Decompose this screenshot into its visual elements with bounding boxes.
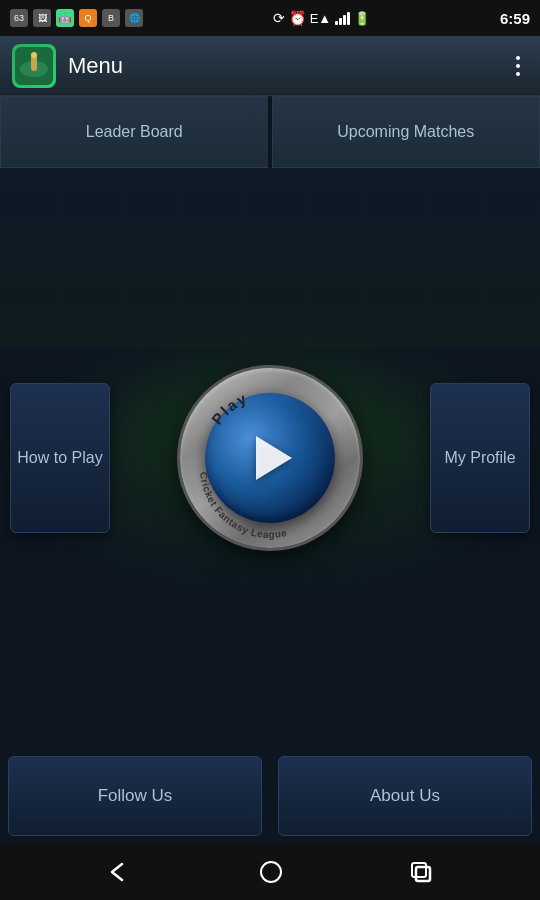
- battery-icon: 🔋: [354, 11, 370, 26]
- my-profile-button[interactable]: My Profile: [430, 383, 530, 533]
- more-options-button[interactable]: [508, 48, 528, 84]
- app-title: Menu: [68, 53, 508, 79]
- status-icon-android: 🤖: [56, 9, 74, 27]
- svg-text:Play: Play: [208, 389, 250, 428]
- tab-bar: Leader Board Upcoming Matches: [0, 96, 540, 168]
- status-system-icons: ⟳ ⏰ E▲ 🔋: [273, 10, 371, 26]
- status-icon-63: 63: [10, 9, 28, 27]
- alarm-icon: ⏰: [289, 10, 306, 26]
- play-button[interactable]: Play Cricket Fantasy League: [180, 368, 360, 548]
- signal-icon: E▲: [310, 11, 332, 26]
- svg-text:Cricket Fantasy League: Cricket Fantasy League: [198, 471, 288, 540]
- play-button-container: Play Cricket Fantasy League: [175, 363, 365, 553]
- svg-point-3: [31, 52, 37, 58]
- home-icon: [260, 861, 282, 883]
- android-nav-bar: [0, 844, 540, 900]
- status-icon-q: Q: [79, 9, 97, 27]
- back-button[interactable]: [104, 858, 132, 886]
- svg-rect-6: [416, 867, 430, 881]
- follow-us-button[interactable]: Follow Us: [8, 756, 262, 836]
- about-us-button[interactable]: About Us: [278, 756, 532, 836]
- status-icon-globe: 🌐: [125, 9, 143, 27]
- bottom-buttons: Follow Us About Us: [0, 748, 540, 844]
- app-bar: Menu: [0, 36, 540, 96]
- status-icon-b: B: [102, 9, 120, 27]
- recents-button[interactable]: [410, 859, 436, 885]
- play-arrow-icon: [256, 436, 292, 480]
- tab-leader-board[interactable]: Leader Board: [0, 96, 269, 168]
- home-button[interactable]: [260, 861, 282, 883]
- svg-rect-7: [412, 863, 426, 877]
- signal-bars: [335, 11, 350, 25]
- tab-upcoming-matches[interactable]: Upcoming Matches: [272, 96, 541, 168]
- main-content: How to Play Play Cricket Fantasy League: [0, 168, 540, 748]
- rotate-icon: ⟳: [273, 10, 285, 26]
- status-time: 6:59: [500, 10, 530, 27]
- status-icon-img: 🖼: [33, 9, 51, 27]
- app-icon: [12, 44, 56, 88]
- status-bar: 63 🖼 🤖 Q B 🌐 ⟳ ⏰ E▲ 🔋 6:59: [0, 0, 540, 36]
- status-icons: 63 🖼 🤖 Q B 🌐: [10, 9, 143, 27]
- how-to-play-button[interactable]: How to Play: [10, 383, 110, 533]
